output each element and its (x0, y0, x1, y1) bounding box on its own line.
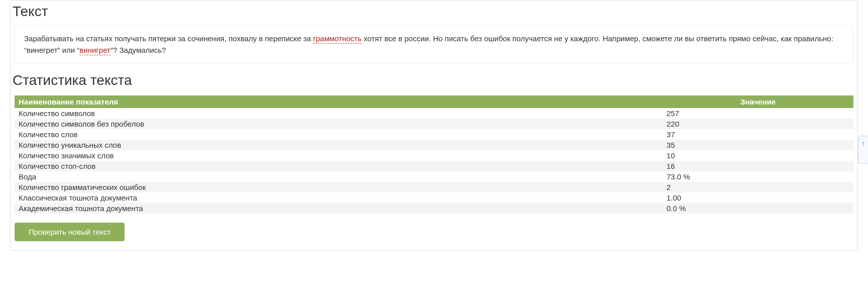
stat-name: Количество стоп-слов (15, 161, 663, 171)
text-heading: Текст (13, 4, 857, 20)
text-fragment: ”? Задумались? (111, 46, 166, 54)
stat-name: Количество грамматических ошибок (15, 182, 663, 192)
stat-name: Академическая тошнота документа (15, 203, 663, 214)
stat-name: Классическая тошнота документа (15, 192, 663, 203)
stat-value: 2 (663, 182, 853, 192)
stat-name: Вода (15, 171, 663, 182)
stat-value: 37 (663, 129, 853, 140)
table-row: Количество грамматических ошибок2 (15, 182, 853, 192)
table-row: Количество символов257 (15, 108, 853, 119)
col-header-value: Значение (663, 95, 853, 108)
check-new-text-button[interactable]: Проверить новый текст (15, 223, 125, 241)
stat-name: Количество уникальных слов (15, 140, 663, 150)
stat-value: 35 (663, 140, 853, 150)
text-fragment: Зарабатывать на статьях получать пятерки… (24, 34, 313, 43)
spelling-error[interactable]: винигрет (79, 46, 111, 55)
scroll-to-top-button[interactable]: ↑ (858, 136, 868, 164)
stat-value: 10 (663, 150, 853, 161)
table-row: Классическая тошнота документа1.00 (15, 192, 853, 203)
spelling-error[interactable]: граммотность (313, 34, 361, 44)
stat-value: 220 (663, 119, 853, 129)
stat-name: Количество значимых слов (15, 150, 663, 161)
stat-name: Количество слов (15, 129, 663, 140)
table-row: Количество символов без пробелов220 (15, 119, 853, 129)
main-panel: Текст Зарабатывать на статьях получать п… (10, 0, 858, 251)
stat-name: Количество символов (15, 108, 663, 119)
table-row: Количество значимых слов10 (15, 150, 853, 161)
table-row: Количество уникальных слов35 (15, 140, 853, 150)
stat-name: Количество символов без пробелов (15, 119, 663, 129)
stats-heading: Статистика текста (13, 72, 857, 88)
table-row: Вода73.0 % (15, 171, 853, 182)
table-row: Количество слов37 (15, 129, 853, 140)
stat-value: 0.0 % (663, 203, 853, 214)
stat-value: 16 (663, 161, 853, 171)
col-header-name: Наименование показателя (15, 95, 663, 108)
arrow-up-icon: ↑ (861, 139, 865, 147)
stat-value: 1.00 (663, 192, 853, 203)
checked-text-box: Зарабатывать на статьях получать пятерки… (15, 26, 853, 63)
table-row: Количество стоп-слов16 (15, 161, 853, 171)
table-row: Академическая тошнота документа0.0 % (15, 203, 853, 214)
stat-value: 257 (663, 108, 853, 119)
stat-value: 73.0 % (663, 171, 853, 182)
stats-table: Наименование показателя Значение Количес… (15, 95, 853, 214)
